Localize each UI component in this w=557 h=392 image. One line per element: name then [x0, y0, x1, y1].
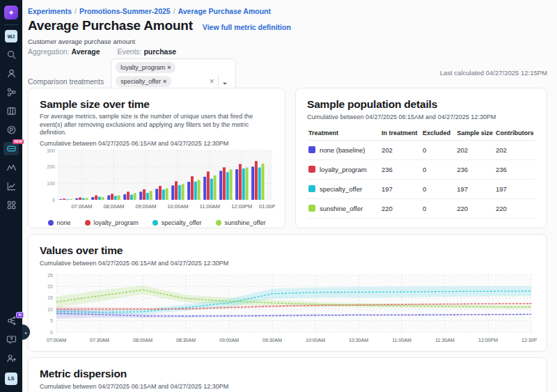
svg-text:08:00AM: 08:00AM — [103, 203, 124, 210]
chip-remove-icon[interactable]: × — [163, 78, 166, 85]
page-title: Average Purchase Amount — [28, 18, 193, 33]
dispersion-card: Metric dispersion Cumulative between 04/… — [28, 357, 547, 392]
table-cell: 220 — [380, 199, 421, 219]
svg-text:09:30AM: 09:30AM — [262, 338, 282, 343]
svg-text:0: 0 — [52, 198, 55, 203]
legend-item[interactable]: specialty_offer — [152, 219, 202, 226]
table-row: sunshine_offer2200220220 — [307, 199, 535, 219]
table-cell: 236 — [380, 160, 421, 180]
legend-item[interactable]: sunshine_offer — [216, 219, 266, 226]
treatment-color-swatch — [308, 205, 315, 212]
dispersion-cumulative: Cumulative between 04/27/2025 06:15AM an… — [40, 383, 535, 390]
apps-icon[interactable] — [3, 198, 19, 212]
help-icon[interactable] — [3, 333, 19, 346]
legend-label: specialty_offer — [162, 219, 202, 226]
svg-text:11:00AM: 11:00AM — [392, 338, 411, 343]
breadcrumb-experiments[interactable]: Experiments — [28, 7, 72, 15]
svg-text:15: 15 — [47, 295, 53, 300]
cards-row: Sample size over time For average metric… — [28, 88, 547, 228]
treatment-chip[interactable]: specialty_offer× — [116, 76, 171, 87]
sidebar-bottom: AI LS — [3, 308, 19, 385]
chip-remove-icon[interactable]: × — [167, 64, 171, 71]
pulse-icon[interactable] — [3, 123, 19, 136]
bar-chart-legend: noneloyalty_programspecialty_offersunshi… — [40, 219, 274, 226]
statsig-logo-icon[interactable]: ✦ — [4, 6, 18, 19]
legend-item[interactable]: loyalty_program — [85, 219, 139, 226]
col-in-treatment: In treatment — [380, 126, 421, 141]
population-table: Treatment In treatment Excluded Sample s… — [307, 126, 535, 219]
breadcrumb: Experiments/Promotions-Summer-2025/Avera… — [28, 7, 271, 15]
last-calculated: Last calculated 04/27/2025 12:15PM — [440, 69, 547, 77]
svg-text:10: 10 — [47, 307, 53, 312]
table-cell: 0 — [421, 160, 455, 180]
svg-text:01:00PM: 01:00PM — [259, 203, 275, 210]
svg-text:25: 25 — [47, 273, 53, 278]
population-cumulative: Cumulative between 04/27/2025 06:15AM an… — [307, 113, 535, 120]
values-cumulative: Cumulative between 04/27/2025 06:15AM an… — [40, 260, 535, 267]
svg-text:08:00AM: 08:00AM — [133, 338, 152, 343]
table-cell: 220 — [455, 199, 494, 219]
svg-text:12:00PM: 12:00PM — [231, 203, 252, 210]
invite-icon[interactable] — [3, 352, 19, 365]
col-sample-size: Sample size — [455, 126, 494, 141]
values-card: Values over time Cumulative between 04/2… — [28, 234, 547, 352]
aggregation-row: Aggregation: Average Events: purchase — [28, 47, 191, 56]
svg-text:07:30AM: 07:30AM — [90, 338, 109, 343]
breadcrumb-separator: / — [74, 7, 77, 15]
profile-icon[interactable] — [3, 67, 19, 80]
table-cell: 0 — [421, 180, 455, 199]
new-badge: NEW — [13, 139, 24, 144]
table-cell: 197 — [494, 180, 535, 199]
feature-flags-icon[interactable] — [3, 104, 19, 118]
values-line-chart: 07:00AM07:30AM08:00AM08:30AM09:00AM09:30… — [40, 269, 537, 350]
svg-text:0: 0 — [50, 330, 53, 335]
table-cell: 0 — [421, 199, 455, 219]
chevron-down-icon[interactable]: ⌄ — [219, 78, 231, 86]
sample-size-card: Sample size over time For average metric… — [28, 88, 285, 228]
ai-assistant-icon[interactable]: AI — [3, 314, 19, 327]
legend-label: loyalty_program — [94, 219, 139, 226]
breadcrumb-metric-name[interactable]: Average Purchase Amount — [178, 7, 271, 15]
population-card: Sample population details Cumulative bet… — [295, 88, 547, 228]
insights-icon[interactable] — [3, 161, 19, 174]
legend-item[interactable]: none — [48, 219, 71, 226]
svg-text:07:00AM: 07:00AM — [47, 338, 66, 343]
aggregation-label: Aggregation: — [28, 47, 70, 56]
workspace-badge[interactable]: WJ — [5, 30, 17, 42]
search-icon[interactable] — [3, 48, 19, 61]
table-cell: 236 — [494, 160, 535, 180]
metric-subtitle: Customer average purchase amount — [28, 38, 135, 45]
treatment-chip[interactable]: loyalty_program× — [116, 62, 175, 73]
legend-dot — [216, 220, 221, 226]
svg-text:200: 200 — [47, 164, 55, 169]
table-row: loyalty_program2360236236 — [307, 160, 535, 180]
treatment-color-swatch — [308, 185, 315, 192]
svg-text:07:00AM: 07:00AM — [71, 203, 92, 210]
legend-dot — [85, 220, 91, 226]
treatment-color-swatch — [308, 146, 315, 153]
clear-selection-icon[interactable]: × — [206, 77, 218, 86]
table-row: specialty_offer1970197197 — [307, 180, 535, 199]
svg-text:10:00AM: 10:00AM — [167, 203, 188, 210]
breadcrumb-experiment-name[interactable]: Promotions-Summer-2025 — [79, 7, 171, 15]
sample-size-cumulative: Cumulative between 04/27/2025 06:15AM an… — [40, 140, 274, 147]
view-metric-definition-link[interactable]: View full metric definition — [203, 23, 291, 31]
experiments-icon[interactable] — [3, 86, 19, 99]
table-cell: 202 — [380, 141, 421, 160]
sample-size-title: Sample size over time — [40, 98, 274, 111]
user-badge[interactable]: LS — [3, 372, 19, 385]
events-value: purchase — [143, 47, 176, 56]
treatment-color-swatch — [308, 166, 315, 173]
metrics-icon[interactable]: NEW — [3, 142, 19, 155]
svg-text:09:00AM: 09:00AM — [219, 338, 239, 343]
events-label: Events: — [117, 47, 141, 56]
svg-text:11:30AM: 11:30AM — [435, 338, 455, 343]
table-row: none (baseline)2020202202 — [307, 141, 535, 160]
svg-text:5: 5 — [50, 318, 53, 323]
analytics-icon[interactable] — [3, 180, 19, 193]
svg-text:09:00AM: 09:00AM — [135, 203, 156, 210]
ai-badge: AI — [16, 312, 24, 318]
comparison-label: Comparison treatments — [28, 77, 104, 86]
svg-text:10:00AM: 10:00AM — [306, 338, 325, 343]
col-treatment: Treatment — [307, 126, 380, 141]
